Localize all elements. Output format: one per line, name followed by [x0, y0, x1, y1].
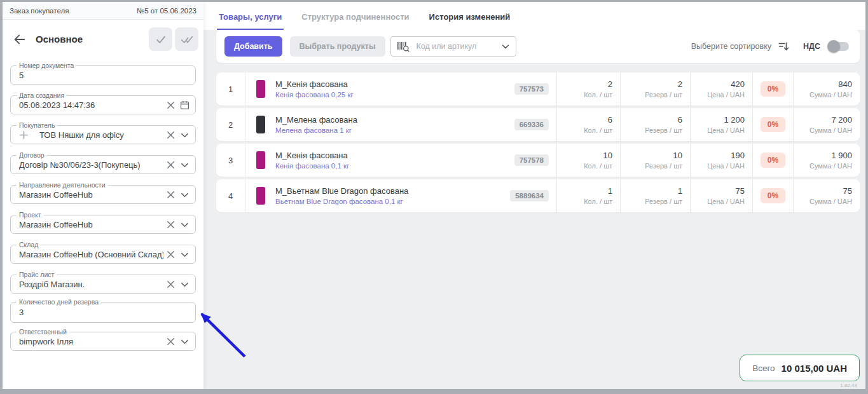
- plus-icon[interactable]: [19, 130, 37, 140]
- price-cell: 190Цена / UAH: [690, 144, 752, 177]
- price-label: Цена / UAH: [707, 126, 745, 134]
- table-row[interactable]: 4 М_Вьетнам Blue Dragon фасована Вьетнам…: [216, 179, 860, 212]
- tab-bar: Товары, услуги Структура подчиненности И…: [203, 2, 865, 30]
- sum-cell: 75Сумма / UAH: [793, 179, 860, 212]
- add-button[interactable]: Добавить: [224, 36, 282, 57]
- product-variant-link[interactable]: Мелена фасована 1 кг: [275, 126, 509, 134]
- chevron-down-icon[interactable]: [501, 42, 510, 51]
- chevron-down-icon[interactable]: [177, 130, 191, 140]
- barcode-search-icon: [397, 41, 412, 53]
- vat-label: НДС: [803, 42, 820, 51]
- clear-icon[interactable]: [163, 280, 177, 289]
- field-buyer[interactable]: Покупатель ТОВ Няшки для офісу: [10, 125, 196, 144]
- row-number: 1: [216, 72, 245, 105]
- product-variant-link[interactable]: Кенія фасована 0,25 кг: [275, 91, 509, 98]
- qty-value: 6: [608, 115, 612, 125]
- chevron-down-icon[interactable]: [177, 220, 191, 229]
- vat-toggle[interactable]: [828, 42, 849, 51]
- sum-value: 1 900: [831, 151, 852, 160]
- product-image: [256, 80, 265, 98]
- field-warehouse[interactable]: Склад Магазин CoffeeHub (Основний Склад): [10, 245, 196, 264]
- back-arrow-icon[interactable]: [11, 31, 28, 48]
- double-check-icon: [181, 33, 193, 46]
- qty-value: 2: [608, 79, 612, 89]
- reserve-cell: 2Резерв / шт: [620, 72, 690, 105]
- chevron-down-icon[interactable]: [177, 337, 191, 346]
- sum-label: Сумма / UAH: [809, 126, 852, 134]
- discount-cell: 0%: [752, 179, 793, 212]
- field-price-list[interactable]: Прайс лист Роздріб Магазин.: [10, 275, 196, 294]
- sort-icon[interactable]: [778, 41, 789, 52]
- field-label: Покупатель: [17, 121, 57, 129]
- field-project[interactable]: Проект Магазин CoffeeHub: [10, 215, 196, 234]
- qty-cell: 6Кол. / шт: [556, 108, 620, 141]
- product-image: [256, 187, 265, 205]
- select-products-button[interactable]: Выбрать продукты: [290, 36, 385, 57]
- tab-subordination-structure[interactable]: Структура подчиненности: [300, 12, 411, 30]
- calendar-icon[interactable]: [177, 100, 191, 111]
- field-creation-date[interactable]: Дата создания 05.06.2023 14:47:36: [10, 95, 196, 114]
- field-label: Направление деятельности: [17, 181, 108, 189]
- reserve-value: 6: [678, 115, 682, 125]
- product-code-badge: 757578: [514, 154, 549, 166]
- order-total: Всего 10 015,00 UAH: [740, 355, 860, 381]
- vat-toggle-knob: [827, 40, 840, 53]
- field-label: Склад: [17, 241, 41, 248]
- barcode-search-field[interactable]: [390, 36, 516, 57]
- clear-icon[interactable]: [163, 220, 177, 229]
- discount-cell: 0%: [752, 108, 793, 141]
- qty-value: 1: [608, 186, 612, 196]
- qty-label: Кол. / шт: [584, 198, 612, 205]
- field-label: Количество дней резерва: [17, 298, 101, 306]
- clear-icon[interactable]: [163, 100, 177, 110]
- tab-goods-services[interactable]: Товары, услуги: [217, 12, 284, 30]
- product-image: [256, 151, 265, 169]
- qty-label: Кол. / шт: [584, 126, 612, 134]
- barcode-input[interactable]: [417, 42, 501, 51]
- save-and-close-button[interactable]: [175, 27, 198, 51]
- field-value: Магазин CoffeeHub (Основний Склад): [19, 250, 163, 259]
- reserve-label: Резерв / шт: [645, 198, 682, 205]
- clear-icon[interactable]: [163, 190, 177, 200]
- field-label: Дата создания: [17, 92, 67, 99]
- clear-icon[interactable]: [163, 160, 177, 170]
- chevron-down-icon[interactable]: [177, 160, 191, 170]
- toolbar-right: Выберите сортировку НДС: [691, 41, 851, 52]
- reserve-cell: 10Резерв / шт: [620, 144, 690, 177]
- field-activity-direction[interactable]: Направление деятельности Магазин CoffeeH…: [10, 185, 196, 204]
- clear-icon[interactable]: [163, 130, 177, 140]
- document-header: Заказ покупателя №5 от 05.06.2023: [3, 2, 203, 20]
- field-responsible[interactable]: Ответственный bimpwork Ілля: [10, 332, 196, 351]
- table-row[interactable]: 3 М_Кенія фасована Кенія фасована 0,1 кг…: [216, 144, 860, 177]
- qty-label: Кол. / шт: [584, 91, 612, 98]
- chevron-down-icon[interactable]: [177, 280, 191, 289]
- sum-value: 7 200: [831, 115, 852, 125]
- field-reserve-days[interactable]: Количество дней резерва 3: [10, 302, 196, 323]
- row-number: 4: [216, 179, 245, 212]
- field-value: Магазин CoffeeHub: [19, 190, 163, 200]
- field-contract[interactable]: Договор Договір №30/06/23-3(Покупець): [10, 155, 196, 174]
- field-label: Номер документа: [17, 62, 76, 69]
- field-value: 3: [19, 308, 191, 317]
- sort-select[interactable]: Выберите сортировку: [691, 42, 771, 51]
- tab-change-history[interactable]: История изменений: [427, 12, 513, 30]
- clear-icon[interactable]: [163, 250, 177, 259]
- section-title: Основное: [36, 34, 146, 44]
- product-variant-link[interactable]: Вьетнам Blue Dragon фасована 0,1 кг: [275, 198, 505, 205]
- table-row[interactable]: 2 М_Мелена фасована Мелена фасована 1 кг…: [216, 108, 860, 141]
- field-value: Магазин CoffeeHub: [19, 220, 163, 229]
- field-document-number[interactable]: Номер документа 5: [10, 65, 196, 85]
- product-variant-link[interactable]: Кенія фасована 0,1 кг: [275, 162, 509, 170]
- clear-icon[interactable]: [163, 337, 177, 346]
- field-value: 05.06.2023 14:47:36: [19, 100, 163, 110]
- save-button[interactable]: [149, 27, 172, 51]
- table-row[interactable]: 1 М_Кенія фасована Кенія фасована 0,25 к…: [216, 72, 860, 105]
- chevron-down-icon[interactable]: [177, 190, 191, 200]
- qty-label: Кол. / шт: [584, 162, 612, 170]
- total-amount: 10 015,00 UAH: [782, 363, 847, 374]
- discount-badge: 0%: [761, 188, 785, 203]
- row-number: 2: [216, 108, 245, 141]
- document-ref: №5 от 05.06.2023: [137, 7, 196, 15]
- chevron-down-icon[interactable]: [177, 250, 191, 259]
- product-text: М_Кенія фасована Кенія фасована 0,25 кг: [275, 79, 509, 98]
